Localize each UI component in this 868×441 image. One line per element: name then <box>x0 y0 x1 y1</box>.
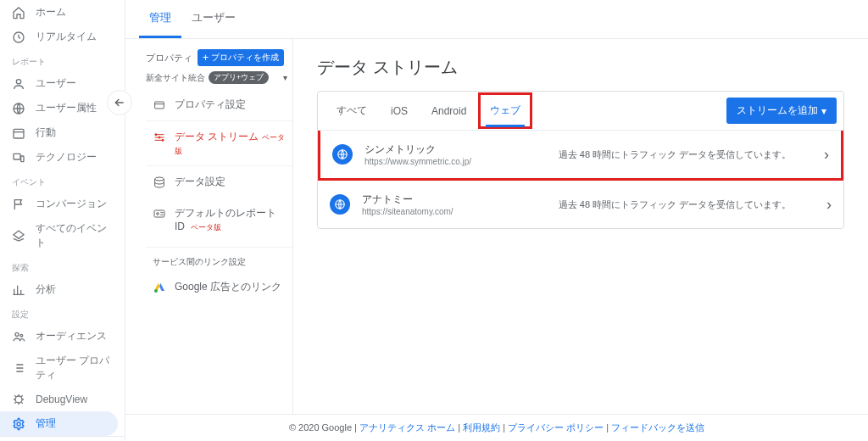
flag-icon <box>12 198 25 211</box>
google-ads-icon <box>153 281 166 294</box>
dropdown-caret-icon: ▾ <box>283 73 287 82</box>
nav-home[interactable]: ホーム <box>0 0 125 25</box>
footer: © 2020 Google | アナリティクス ホーム | 利用規約 | プライ… <box>125 414 868 441</box>
nav-group-explore: 探索 <box>0 255 125 277</box>
user-icon <box>12 77 25 91</box>
footer-link-feedback[interactable]: フィードバックを送信 <box>611 422 704 433</box>
stream-name: シンメトリック <box>364 142 526 157</box>
beta-tag-2: ベータ版 <box>191 223 221 232</box>
streamtab-web[interactable]: ウェブ <box>478 92 532 129</box>
stream-row[interactable]: アナトミー https://siteanatomy.com/ 過去 48 時間に… <box>318 181 843 228</box>
property-header: プロパティ +プロパティを作成 <box>146 49 292 66</box>
nav-group-settings: 設定 <box>0 302 125 324</box>
nav-conversion-label: コンバージョン <box>36 197 107 211</box>
globe-icon <box>12 102 25 115</box>
bug-icon <box>12 393 25 406</box>
appweb-badge: アプリ+ウェブ <box>209 71 269 84</box>
body: プロパティ +プロパティを作成 新全サイト統合 アプリ+ウェブ ▾ プロパティ設… <box>125 39 868 414</box>
nav-audience[interactable]: オーディエンス <box>0 324 125 349</box>
nav-allevents-label: すべてのイベント <box>36 221 113 250</box>
card-icon <box>153 98 166 112</box>
clock-icon <box>12 31 25 44</box>
svg-point-14 <box>155 177 164 181</box>
svg-rect-4 <box>14 154 20 159</box>
nav-debugview[interactable]: DebugView <box>0 388 125 411</box>
midnav-googleads[interactable]: Google 広告とのリンク <box>146 271 292 303</box>
nav-userprop[interactable]: ユーザー プロパティ <box>0 349 125 388</box>
streamtab-all[interactable]: すべて <box>325 92 379 129</box>
svg-rect-15 <box>154 210 164 217</box>
footer-link-terms[interactable]: 利用規約 <box>463 422 500 433</box>
create-property-button[interactable]: +プロパティを作成 <box>198 49 284 66</box>
svg-point-16 <box>157 213 159 215</box>
streamtab-ios[interactable]: iOS <box>379 94 420 128</box>
property-column: プロパティ +プロパティを作成 新全サイト統合 アプリ+ウェブ ▾ プロパティ設… <box>125 39 293 414</box>
tag-icon <box>12 229 25 243</box>
stream-row[interactable]: シンメトリック https://www.symmetric.co.jp/ 過去 … <box>318 131 843 181</box>
nav-realtime[interactable]: リアルタイム <box>0 25 125 49</box>
nav-home-label: ホーム <box>36 5 66 20</box>
svg-rect-10 <box>155 102 164 109</box>
midnav-datasettings[interactable]: データ設定 <box>146 166 292 198</box>
chevron-right-icon: › <box>826 196 832 214</box>
stream-tabs: すべて iOS Android ウェブ ストリームを追加▾ <box>318 92 843 131</box>
web-icon <box>332 144 353 165</box>
nav-userattr-label: ユーザー属性 <box>36 101 97 115</box>
back-button[interactable] <box>107 90 132 115</box>
nav-technology[interactable]: テクノロジー <box>0 145 125 170</box>
svg-point-12 <box>159 137 160 138</box>
id-icon <box>153 207 166 220</box>
nav-users[interactable]: ユーザー <box>0 71 125 96</box>
midnav-defaultreport[interactable]: デフォルトのレポート ID ベータ版 <box>146 198 292 242</box>
stream-status: 過去 48 時間にトラフィック データを受信しています。 <box>535 198 815 211</box>
svg-point-1 <box>16 79 20 83</box>
left-nav: ホーム リアルタイム レポート ユーザー ユーザー属性 行動 テクノロジー イベ… <box>0 0 125 441</box>
midnav-property-settings[interactable]: プロパティ設定 <box>146 89 292 120</box>
chart-icon <box>12 283 25 297</box>
gear-icon <box>12 417 25 431</box>
nav-behavior[interactable]: 行動 <box>0 120 125 145</box>
collapse-nav-button[interactable] <box>0 436 125 441</box>
nav-realtime-label: リアルタイム <box>36 30 97 44</box>
calendar-icon <box>12 126 25 140</box>
arrow-left-icon <box>113 96 126 109</box>
nav-allevents[interactable]: すべてのイベント <box>0 216 125 255</box>
property-selector[interactable]: 新全サイト統合 アプリ+ウェブ ▾ <box>146 71 292 84</box>
property-label: プロパティ <box>146 52 192 64</box>
stream-url: https://siteanatomy.com/ <box>362 207 523 216</box>
svg-point-17 <box>154 289 158 293</box>
stream-names: シンメトリック https://www.symmetric.co.jp/ <box>364 142 526 166</box>
home-icon <box>12 6 25 20</box>
chevron-right-icon: › <box>824 146 829 164</box>
midnav-googleads-label: Google 広告とのリンク <box>175 280 281 294</box>
midnav-section-linking: サービス間のリンク設定 <box>146 247 292 271</box>
midnav-datastreams-label: データ ストリーム <box>175 131 259 142</box>
svg-point-6 <box>15 332 19 336</box>
nav-conversion[interactable]: コンバージョン <box>0 192 125 216</box>
svg-rect-3 <box>14 129 24 138</box>
midnav-datastreams[interactable]: データ ストリームベータ版 <box>146 120 292 166</box>
svg-point-9 <box>17 422 20 426</box>
midnav-datasettings-label: データ設定 <box>175 175 225 189</box>
nav-admin-label: 管理 <box>36 416 56 431</box>
top-tabs: 管理 ユーザー <box>125 0 868 39</box>
streamtab-android[interactable]: Android <box>420 94 478 128</box>
tab-user[interactable]: ユーザー <box>181 0 246 38</box>
footer-link-privacy[interactable]: プライバシー ポリシー <box>508 422 604 433</box>
midnav-defaultreport-label: デフォルトのレポート ID <box>175 207 276 232</box>
stream-status: 過去 48 時間にトラフィック データを受信しています。 <box>537 148 812 161</box>
footer-link-home[interactable]: アナリティクス ホーム <box>359 422 455 433</box>
svg-point-11 <box>155 134 157 136</box>
nav-admin[interactable]: 管理 <box>0 411 118 436</box>
nav-userattr[interactable]: ユーザー属性 <box>0 96 125 120</box>
nav-analysis-label: 分析 <box>36 282 56 297</box>
footer-copyright: © 2020 Google <box>289 422 352 433</box>
property-nav-list: プロパティ設定 データ ストリームベータ版 データ設定 デフォルトのレポート I… <box>146 89 292 303</box>
tab-admin[interactable]: 管理 <box>139 0 181 38</box>
stream-icon <box>153 131 166 144</box>
nav-behavior-label: 行動 <box>36 126 56 140</box>
svg-point-8 <box>15 396 22 403</box>
stream-url: https://www.symmetric.co.jp/ <box>364 157 526 166</box>
add-stream-button[interactable]: ストリームを追加▾ <box>726 98 837 124</box>
nav-analysis[interactable]: 分析 <box>0 277 125 302</box>
